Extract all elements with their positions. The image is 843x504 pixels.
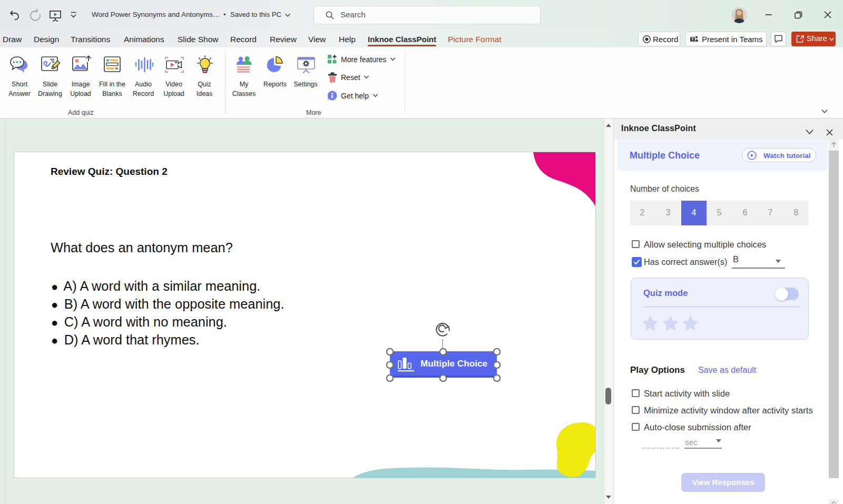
svg-text:T: T bbox=[691, 36, 694, 42]
